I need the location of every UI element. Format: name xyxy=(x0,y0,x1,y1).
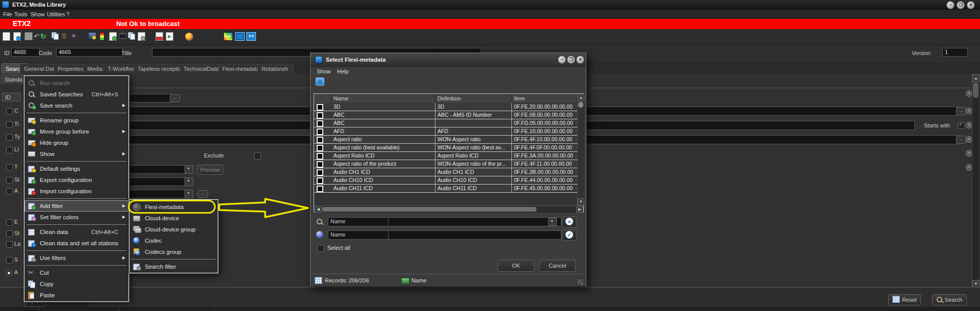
resize-grip[interactable] xyxy=(578,279,583,285)
menu-item-paste[interactable]: Paste xyxy=(24,290,128,301)
main-vertical-scrollbar[interactable]: ▲ ▼ xyxy=(972,74,979,287)
new-document-icon[interactable] xyxy=(3,32,10,41)
dialog-view-icon[interactable] xyxy=(316,77,324,86)
table-hscroll-thumb[interactable] xyxy=(322,207,536,212)
starts-with-checkbox[interactable] xyxy=(958,122,965,129)
table-row[interactable]: AFD AFD 0F.FE.10.00.00.00.00.00 xyxy=(314,127,577,136)
table-scroll-down-icon[interactable]: ▼ xyxy=(578,198,584,205)
permissions-icon[interactable]: ⚿ xyxy=(62,32,70,41)
table-scroll-up-icon[interactable]: ▲ xyxy=(578,94,584,101)
menu-item-show[interactable]: Show▶ xyxy=(24,148,128,160)
menu-item-save-search[interactable]: Save search▶ xyxy=(24,100,128,111)
exclude-checkbox[interactable] xyxy=(254,152,261,160)
table-scroll-left-icon[interactable]: ◀ xyxy=(315,206,322,213)
tab-flexi-metadata[interactable]: Flexi-metadata xyxy=(218,64,264,74)
table-scroll-right-icon[interactable]: ▶ xyxy=(576,206,583,213)
global-filter-field[interactable]: Name xyxy=(328,230,389,240)
menu-item-move-group-before[interactable]: Move group before▶ xyxy=(24,126,128,137)
column-header-definition[interactable]: Definition xyxy=(435,94,512,103)
dialog-close-button[interactable] xyxy=(576,56,584,64)
scroll-down-icon[interactable]: ▼ xyxy=(972,280,979,288)
row-checkbox[interactable] xyxy=(317,177,323,184)
table-row[interactable]: ABC ABC - AMS ID Number 0F.FE.08.00.00.0… xyxy=(314,111,577,119)
refresh-icon[interactable]: ↻ xyxy=(40,32,49,41)
table-row[interactable]: Aspect ratio WON-Aspect ratio 0F.FE.4F.1… xyxy=(314,136,577,144)
id-field[interactable]: 4665 xyxy=(11,48,40,57)
menu-item-set-filter-colors[interactable]: Set filter colors▶ xyxy=(24,212,128,223)
table-row[interactable]: Audio CH10 ICD Audio CH10 ICD 0F.FE.44.0… xyxy=(314,176,577,185)
menu-utilities[interactable]: Utilities xyxy=(47,10,65,19)
search-button[interactable]: Search xyxy=(932,294,967,305)
row-checkbox[interactable] xyxy=(317,186,323,192)
minimize-button[interactable] xyxy=(946,1,955,9)
criterion-checkbox-0[interactable] xyxy=(6,108,13,115)
find-binoculars-icon[interactable] xyxy=(118,32,127,40)
play-document-icon[interactable]: ▶ xyxy=(166,32,173,41)
traffic-light-status-icon[interactable] xyxy=(99,32,105,41)
criterion-checkbox-7[interactable] xyxy=(6,219,13,226)
menu-help[interactable]: ? xyxy=(66,10,69,19)
table-row[interactable]: Audio CH1 ICD Audio CH1 ICD 0F.FE.3B.00.… xyxy=(314,168,577,176)
table-row[interactable]: Audio CH11 ICD Audio CH11 ICD 0F.FE.45.0… xyxy=(314,185,577,193)
ok-button[interactable]: OK xyxy=(498,260,534,272)
scroll-up-icon[interactable]: ▲ xyxy=(972,74,979,82)
menu-item-copy[interactable]: Copy xyxy=(24,278,128,290)
row-checkbox[interactable] xyxy=(317,128,323,135)
apply-filter-button[interactable]: » xyxy=(562,216,577,227)
table-row[interactable]: Aspect ratio (best available) WON-Aspect… xyxy=(314,144,577,152)
confirm-filter-button[interactable]: ✓ xyxy=(562,229,577,241)
menu-item-export-configuration[interactable]: Export configuration xyxy=(24,174,128,186)
submenu-item-flexi-metadata[interactable]: Flexi-metadata xyxy=(130,201,218,213)
close-button[interactable] xyxy=(967,1,975,9)
menu-item-import-configuration[interactable]: Import configuration xyxy=(24,186,128,197)
submenu-item-cloud-device-group[interactable]: Cloud-device group xyxy=(130,224,218,235)
row-checkbox[interactable] xyxy=(317,120,323,127)
criterion-checkbox-10[interactable] xyxy=(6,257,13,264)
live-icon[interactable]: LIVE xyxy=(223,32,233,41)
menu-tools[interactable]: Tools xyxy=(14,10,28,19)
row-checkbox[interactable] xyxy=(317,104,323,111)
dialog-maximize-button[interactable] xyxy=(567,56,575,64)
select-all-checkbox[interactable] xyxy=(317,245,324,252)
menu-show[interactable]: Show xyxy=(31,10,45,19)
copy-icon[interactable] xyxy=(51,32,60,41)
name-filter-combo-dropdown[interactable] xyxy=(548,218,557,226)
tv-monitor-icon[interactable] xyxy=(235,32,245,41)
dialog-menu-show[interactable]: Show xyxy=(317,66,331,76)
criterion-radio[interactable] xyxy=(6,270,12,276)
criterion-checkbox-8[interactable] xyxy=(6,230,13,237)
criterion-checkbox-1[interactable] xyxy=(6,121,13,128)
dialog-menu-help[interactable]: Help xyxy=(337,66,349,76)
reset-button[interactable]: Reset xyxy=(888,294,921,305)
version-field[interactable]: 1 xyxy=(942,48,968,57)
save-icon[interactable] xyxy=(24,32,33,40)
criterion-checkbox-9[interactable] xyxy=(6,241,13,248)
row-checkbox[interactable] xyxy=(317,169,323,176)
cancel-button[interactable]: Cancel xyxy=(539,260,576,272)
menu-item-default-settings[interactable]: Default settings xyxy=(24,163,128,174)
table-horizontal-scrollbar[interactable]: ◀ ▶ xyxy=(314,205,583,213)
table-row[interactable]: ABC 0F.FD.05.00.00.00.00.00 xyxy=(314,119,577,127)
row-checkbox[interactable] xyxy=(317,153,323,160)
browse-button-0[interactable] xyxy=(170,94,180,102)
abc-document-icon[interactable] xyxy=(156,32,163,41)
collect-pages-icon[interactable] xyxy=(128,32,137,41)
tab-relationships[interactable]: Relationsh xyxy=(257,64,294,74)
name-filter-value-combo[interactable] xyxy=(388,217,561,226)
criterion-checkbox-2[interactable] xyxy=(6,134,13,141)
menu-item-rename-group[interactable]: Rename group xyxy=(24,115,128,126)
criterion-checkbox-6[interactable] xyxy=(6,188,13,195)
row-checkbox[interactable] xyxy=(317,137,323,143)
column-header-item[interactable]: Item xyxy=(512,94,577,103)
preview-button[interactable]: Preview xyxy=(197,165,223,175)
menu-file[interactable]: File xyxy=(3,10,12,19)
table-row[interactable]: Aspect ratio of the product WON-Aspect r… xyxy=(314,160,577,168)
row-checkbox[interactable] xyxy=(317,145,323,151)
combo-dropdown-1[interactable] xyxy=(185,165,193,174)
duplicate-icon[interactable] xyxy=(109,32,117,41)
media-player-icon[interactable] xyxy=(185,32,194,41)
submenu-item-cloud-device[interactable]: Cloud-device xyxy=(130,213,218,224)
browse-button-combo[interactable] xyxy=(198,190,208,198)
scroll-thumb[interactable] xyxy=(973,83,978,98)
tab-technicaldata[interactable]: TechnicalData xyxy=(179,64,223,74)
